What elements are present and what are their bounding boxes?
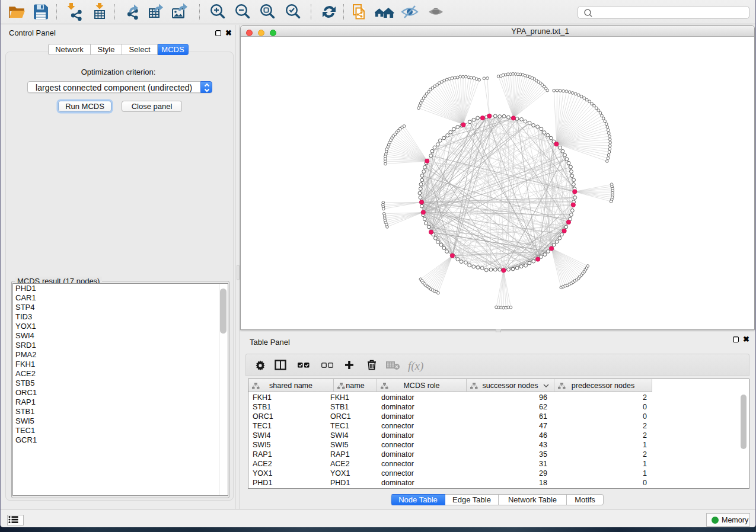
svg-text:f(x): f(x)	[408, 360, 423, 373]
